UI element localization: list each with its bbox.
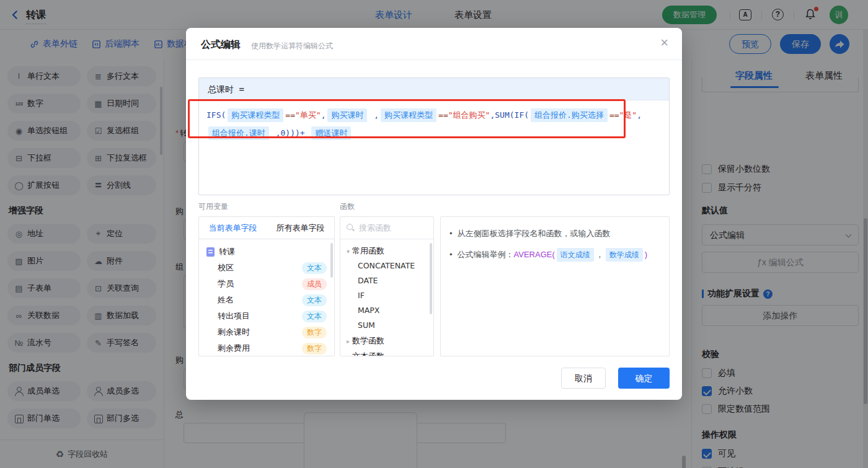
variable-item[interactable]: 姓名文本 [199,292,334,308]
field-token[interactable]: 购买课程类型 [228,108,283,122]
help-example: •公式编辑举例：AVERAGE(语文成绩，数学成绩) [450,248,660,262]
function-group-label: 数学函数 [352,336,384,345]
function-item-mapx[interactable]: MAPX [340,303,433,318]
cancel-button[interactable]: 取消 [561,368,606,389]
formula-help-panel: •从左侧面板选择字段名和函数，或输入函数 •公式编辑举例：AVERAGE(语文成… [440,216,670,356]
field-type-badge: 文本 [302,294,327,306]
formula-function: , [637,110,642,120]
field-type-badge: 文本 [302,311,327,322]
formula-operator: == [438,110,448,120]
variables-root-label: 转课 [219,246,327,257]
variables-scrollbar[interactable] [330,243,333,278]
function-search-input[interactable] [359,223,421,232]
variable-name: 剩余课时 [218,327,302,338]
field-type-badge: 成员 [302,278,327,290]
formula-string: "单买" [295,110,321,120]
field-type-badge: 数字 [302,343,327,355]
formula-target: 总课时 = [199,78,669,100]
function-tree: ▾常用函数CONCATENATEDATEIFMAPXSUM▸数学函数▸文本函数 [340,239,433,356]
variables-label: 可用变量 [198,201,228,212]
example-field-token: 语文成绩 [557,248,594,262]
chevron-down-icon: ▾ [347,248,350,255]
formula-function: IFS( [206,110,226,120]
confirm-button[interactable]: 确定 [618,368,670,389]
variable-name: 剩余费用 [218,343,302,354]
variable-name: 转出项目 [218,311,302,322]
tab-all-form-fields[interactable]: 所有表单字段 [267,217,334,239]
function-item-sum[interactable]: SUM [340,318,433,333]
function-group-label: 常用函数 [352,246,384,255]
function-group-expanded[interactable]: ▾常用函数 [340,243,433,258]
functions-scrollbar[interactable] [430,243,432,314]
functions-label: 函数 [340,201,355,212]
formula-function: , [321,110,326,120]
variable-name: 学员 [218,278,302,289]
variable-item[interactable]: 转出项目文本 [199,308,334,324]
function-group-collapsed[interactable]: ▸数学函数 [340,333,433,348]
form-doc-icon [206,247,215,257]
function-item-date[interactable]: DATE [340,273,433,288]
formula-operator: == [285,110,295,120]
formula-editor[interactable]: 总课时 = IFS(购买课程类型=="单买",购买课时 ,购买课程类型=="组合… [198,77,670,195]
field-token[interactable]: 购买课时 [327,108,367,122]
formula-code[interactable]: IFS(购买课程类型=="单买",购买课时 ,购买课程类型=="组合购买",SU… [199,100,669,148]
variable-item[interactable]: 剩余费用数字 [199,340,334,356]
formula-editor-modal: 公式编辑 使用数学运算符编辑公式 × 总课时 = IFS(购买课程类型=="单买… [186,28,682,400]
example-field-token: 数学成绩 [606,248,643,262]
example-text: ， [596,250,604,259]
close-icon[interactable]: × [660,36,668,50]
tab-current-form-fields[interactable]: 当前表单字段 [199,217,267,239]
field-type-badge: 文本 [302,262,327,274]
field-token[interactable]: 赠送课时 [311,126,351,140]
formula-string: "组合购买" [448,110,490,120]
function-search [340,217,433,239]
formula-function: ,SUM(IF( [490,110,529,120]
variable-name: 姓名 [218,294,302,306]
variable-item[interactable]: 学员成员 [199,276,334,292]
variable-item[interactable]: 校区文本 [199,260,334,276]
variable-name: 校区 [218,262,302,273]
variable-item[interactable]: 剩余课时数字 [199,324,334,340]
field-token[interactable]: 组合报价.购买选择 [531,108,608,122]
example-function: ) [645,250,647,259]
modal-subtitle: 使用数学运算符编辑公式 [251,41,333,51]
field-token[interactable]: 组合报价.课时 [208,126,269,140]
formula-function: , [369,110,379,120]
variables-list: 转课校区文本学员成员姓名文本转出项目文本剩余课时数字剩余费用数字 [199,239,334,356]
modal-title: 公式编辑 [201,38,241,51]
formula-operator: == [609,110,619,120]
chevron-right-icon: ▸ [347,338,350,345]
field-token[interactable]: 购买课程类型 [381,108,436,122]
search-icon [347,224,355,232]
formula-string: "是" [619,110,637,120]
function-group-collapsed[interactable]: ▸文本函数 [340,348,433,356]
chevron-right-icon: ▸ [347,353,350,356]
field-type-badge: 数字 [302,327,327,338]
help-tip: •从左侧面板选择字段名和函数，或输入函数 [450,227,660,241]
function-item-concatenate[interactable]: CONCATENATE [340,258,433,273]
formula-function: ,0)))+ [271,128,310,138]
functions-panel: ▾常用函数CONCATENATEDATEIFMAPXSUM▸数学函数▸文本函数 [340,216,434,356]
function-group-label: 文本函数 [352,351,384,356]
function-item-if[interactable]: IF [340,288,433,303]
example-function: AVERAGE( [514,250,555,259]
variables-root-node[interactable]: 转课 [199,244,334,260]
variables-tabs: 当前表单字段 所有表单字段 [199,217,334,239]
modal-header: 公式编辑 使用数学运算符编辑公式 × [186,28,682,60]
variables-panel: 当前表单字段 所有表单字段 转课校区文本学员成员姓名文本转出项目文本剩余课时数字… [198,216,335,356]
